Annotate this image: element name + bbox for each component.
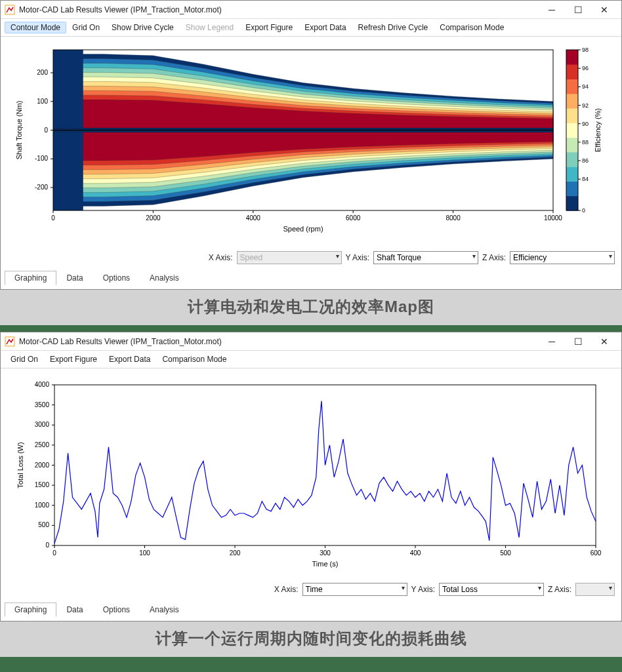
divider bbox=[0, 325, 622, 332]
menu-comparison-mode[interactable]: Comparison Mode bbox=[156, 353, 232, 365]
svg-text:100: 100 bbox=[139, 549, 150, 557]
svg-text:2500: 2500 bbox=[35, 441, 50, 448]
svg-rect-34 bbox=[566, 123, 578, 138]
svg-text:Speed (rpm): Speed (rpm) bbox=[283, 225, 323, 233]
svg-rect-31 bbox=[566, 167, 578, 182]
menubar: Grid On Export Figure Export Data Compar… bbox=[1, 351, 621, 368]
caption-bar-2: 计算一个运行周期内随时间变化的损耗曲线 bbox=[0, 622, 622, 657]
svg-text:94: 94 bbox=[582, 83, 589, 90]
bottom-tabs: Graphing Data Options Analysis bbox=[1, 600, 621, 621]
svg-text:300: 300 bbox=[320, 549, 331, 557]
svg-rect-30 bbox=[566, 181, 578, 196]
svg-text:0: 0 bbox=[44, 127, 48, 134]
svg-text:8000: 8000 bbox=[446, 214, 461, 222]
menu-contour-mode[interactable]: Contour Mode bbox=[5, 22, 66, 33]
window-loss-curve: Motor-CAD Lab Results Viewer (IPM_Tracti… bbox=[0, 332, 622, 622]
svg-text:Efficiency (%): Efficiency (%) bbox=[594, 108, 602, 152]
close-button[interactable]: ✕ bbox=[591, 334, 617, 349]
svg-text:98: 98 bbox=[582, 47, 589, 53]
xaxis-label: X Axis: bbox=[274, 585, 299, 594]
svg-text:1000: 1000 bbox=[35, 502, 50, 509]
svg-rect-37 bbox=[566, 79, 578, 94]
svg-rect-32 bbox=[566, 152, 578, 167]
caption-text-1: 计算电动和发电工况的效率Map图 bbox=[0, 296, 622, 317]
menu-comparison-mode[interactable]: Comparison Mode bbox=[434, 22, 510, 33]
menu-show-drive-cycle[interactable]: Show Drive Cycle bbox=[106, 22, 180, 33]
svg-text:2000: 2000 bbox=[146, 214, 161, 222]
yaxis-label: Y Axis: bbox=[411, 585, 435, 594]
bottom-tabs: Graphing Data Options Analysis bbox=[1, 268, 621, 289]
tab-analysis[interactable]: Analysis bbox=[140, 271, 189, 285]
zaxis-label: Z Axis: bbox=[482, 253, 506, 262]
svg-text:Time (s): Time (s) bbox=[312, 560, 339, 568]
svg-text:600: 600 bbox=[591, 549, 602, 557]
svg-text:84: 84 bbox=[582, 176, 589, 182]
caption-text-2: 计算一个运行周期内随时间变化的损耗曲线 bbox=[0, 628, 622, 649]
menu-grid-on[interactable]: Grid On bbox=[5, 353, 44, 365]
xaxis-select: Speed bbox=[237, 251, 342, 264]
maximize-button[interactable]: ☐ bbox=[565, 2, 591, 18]
titlebar[interactable]: Motor-CAD Lab Results Viewer (IPM_Tracti… bbox=[1, 332, 621, 351]
tab-graphing[interactable]: Graphing bbox=[5, 271, 56, 285]
xaxis-label: X Axis: bbox=[209, 253, 233, 262]
tab-data[interactable]: Data bbox=[56, 603, 93, 617]
svg-rect-39 bbox=[566, 50, 578, 65]
tab-graphing[interactable]: Graphing bbox=[5, 603, 56, 617]
svg-rect-35 bbox=[566, 108, 578, 123]
divider bbox=[0, 657, 622, 663]
menu-export-data[interactable]: Export Data bbox=[299, 22, 352, 33]
yaxis-label: Y Axis: bbox=[346, 253, 369, 262]
svg-text:500: 500 bbox=[38, 521, 49, 528]
window-title: Motor-CAD Lab Results Viewer (IPM_Tracti… bbox=[19, 337, 539, 346]
svg-text:200: 200 bbox=[37, 69, 48, 76]
yaxis-select[interactable]: Total Loss bbox=[439, 583, 544, 596]
svg-text:500: 500 bbox=[500, 549, 511, 557]
menu-export-figure[interactable]: Export Figure bbox=[239, 22, 299, 33]
tab-data[interactable]: Data bbox=[56, 271, 93, 285]
yaxis-select[interactable]: Shaft Torque bbox=[373, 251, 478, 264]
svg-text:0: 0 bbox=[45, 542, 49, 549]
minimize-button[interactable]: ─ bbox=[539, 334, 565, 349]
svg-text:400: 400 bbox=[410, 549, 421, 557]
contour-chart-svg: 0200040006000800010000-200-1000100200Spe… bbox=[9, 43, 612, 240]
svg-text:10000: 10000 bbox=[544, 214, 562, 222]
menu-grid-on[interactable]: Grid On bbox=[66, 22, 106, 33]
svg-rect-29 bbox=[566, 196, 578, 211]
svg-rect-60 bbox=[5, 337, 14, 346]
svg-text:4000: 4000 bbox=[35, 381, 50, 388]
svg-text:6000: 6000 bbox=[346, 214, 361, 222]
titlebar[interactable]: Motor-CAD Lab Results Viewer (IPM_Tracti… bbox=[1, 1, 621, 19]
svg-text:3500: 3500 bbox=[35, 401, 50, 408]
svg-text:0: 0 bbox=[582, 207, 585, 214]
xaxis-select[interactable]: Time bbox=[302, 583, 407, 596]
app-icon bbox=[5, 336, 15, 347]
maximize-button[interactable]: ☐ bbox=[565, 334, 591, 349]
svg-text:86: 86 bbox=[582, 157, 589, 164]
tab-options[interactable]: Options bbox=[93, 603, 140, 617]
menu-refresh-drive-cycle[interactable]: Refresh Drive Cycle bbox=[352, 22, 434, 33]
axis-selector-row: X Axis: Time Y Axis: Total Loss Z Axis: bbox=[1, 579, 621, 600]
svg-text:90: 90 bbox=[582, 121, 589, 127]
svg-text:-100: -100 bbox=[35, 155, 48, 162]
svg-rect-36 bbox=[566, 94, 578, 109]
svg-text:200: 200 bbox=[230, 549, 241, 557]
svg-text:88: 88 bbox=[582, 139, 589, 146]
svg-text:100: 100 bbox=[37, 98, 48, 105]
window-efficiency-map: Motor-CAD Lab Results Viewer (IPM_Tracti… bbox=[0, 0, 622, 290]
svg-rect-38 bbox=[566, 64, 578, 79]
menubar: Contour Mode Grid On Show Drive Cycle Sh… bbox=[1, 19, 621, 37]
window-title: Motor-CAD Lab Results Viewer (IPM_Tracti… bbox=[19, 5, 539, 14]
menu-export-data[interactable]: Export Data bbox=[103, 353, 156, 365]
minimize-button[interactable]: ─ bbox=[539, 2, 565, 18]
svg-text:92: 92 bbox=[582, 102, 589, 109]
zaxis-select[interactable]: Efficiency bbox=[510, 251, 615, 264]
svg-text:2000: 2000 bbox=[35, 462, 50, 469]
menu-show-legend: Show Legend bbox=[180, 22, 239, 33]
app-icon bbox=[5, 5, 15, 15]
svg-rect-33 bbox=[566, 138, 578, 153]
menu-export-figure[interactable]: Export Figure bbox=[44, 353, 103, 365]
svg-rect-0 bbox=[5, 5, 14, 14]
tab-options[interactable]: Options bbox=[93, 271, 140, 285]
tab-analysis[interactable]: Analysis bbox=[140, 603, 189, 617]
close-button[interactable]: ✕ bbox=[591, 2, 617, 18]
